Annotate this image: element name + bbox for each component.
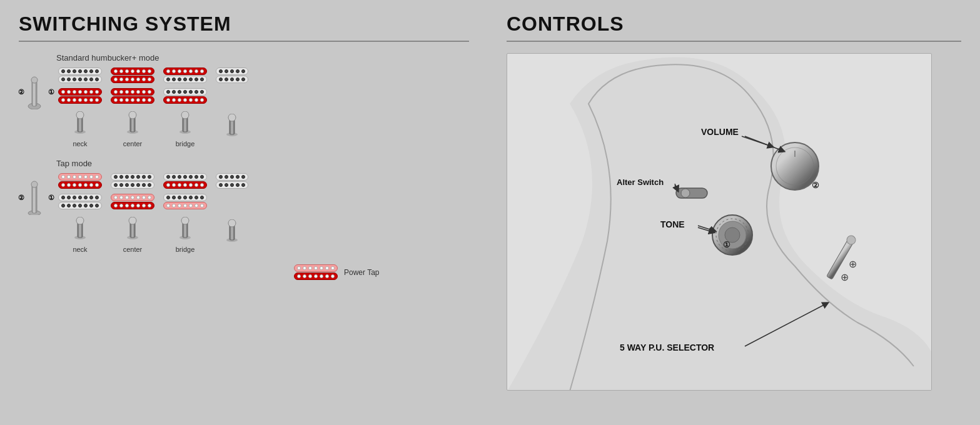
mode1-bridge-hb-bot — [163, 88, 207, 104]
volume-label-text: VOLUME — [701, 127, 739, 137]
tap-switch-svg — [27, 181, 46, 215]
svg-text:①: ① — [723, 240, 730, 249]
mode1-center-toggle — [124, 111, 141, 134]
mode1-neck-col: neck — [58, 68, 102, 148]
mode1-bridge-bar-b1 — [163, 88, 207, 96]
mode2-neck-bar-b1 — [58, 194, 102, 201]
mode1-bridge-bar-t2 — [163, 76, 207, 83]
mode1-neck-label: neck — [73, 140, 87, 148]
mode1-title: Standard humbucker+ mode — [56, 53, 469, 62]
mode2-bridge-bar-b1 — [163, 194, 207, 201]
mode2-bridge-hb-top — [163, 173, 207, 189]
mode1-sc-col — [216, 68, 248, 136]
svg-point-23 — [129, 217, 136, 224]
svg-point-2 — [31, 77, 38, 83]
mode1-center-label: center — [123, 140, 143, 148]
svg-rect-1 — [32, 80, 37, 106]
mode2-center-hb-top — [111, 173, 154, 189]
mode2-pickup-rows: ② ① — [19, 173, 469, 253]
mode1-bridge-hb-top — [163, 68, 207, 83]
mode1-neck-bar-bot-1 — [58, 88, 102, 96]
alter-label-text: Alter Switch — [617, 178, 664, 187]
mode2-center-hb-bot — [111, 194, 154, 209]
switch-svg — [27, 75, 46, 109]
mode2-sc-bar-t2 — [216, 181, 248, 189]
controls-title: CONTROLS — [507, 12, 961, 36]
mode1-neck-bar-bot-2 — [58, 96, 102, 104]
tone-label-text: TONE — [660, 219, 685, 229]
mode1-neck-bar-top-2 — [58, 76, 102, 83]
svg-point-17 — [31, 181, 38, 188]
mode2-sc-hb-top — [216, 173, 248, 189]
svg-point-32 — [681, 189, 690, 198]
mode1-neck-toggle — [71, 111, 89, 134]
selector-label-text: 5 WAY P.U. SELECTOR — [620, 342, 714, 352]
switching-system-title: SWITCHING SYSTEM — [19, 12, 469, 36]
mode1-sc-toggle — [223, 114, 241, 136]
mode2-center-bar-t2 — [111, 181, 154, 189]
mode2-center-label: center — [123, 246, 143, 253]
mode1-switch: ② ① — [19, 69, 53, 109]
svg-text:⊕: ⊕ — [841, 272, 849, 282]
mode2-sc-toggle — [223, 219, 241, 242]
mode2-switch: ② ① — [19, 174, 53, 215]
mode2-sc-col — [216, 173, 248, 242]
mode1-bridge-label: bridge — [176, 140, 195, 148]
mode2-bridge-bar-t2 — [163, 181, 207, 189]
mode2-sc-bar-t1 — [216, 173, 248, 181]
mode1-bridge-col: bridge — [163, 68, 207, 148]
controls-svg: ① ② ⊕ ⊕ VOLUME Alter Switch TONE 5 WA — [507, 54, 932, 391]
mode1-bridge-toggle — [176, 111, 194, 134]
mode2-center-bar-b1 — [111, 194, 154, 201]
mode2-bridge-label: bridge — [176, 246, 195, 253]
mode1-sc-hb-top — [216, 68, 248, 83]
mode1-center-hb-bot — [111, 88, 154, 104]
mode2-center-col: center — [111, 173, 154, 253]
mode2-title: Tap mode — [56, 159, 469, 168]
mode2-neck-bar-t2 — [58, 181, 102, 189]
mode2-neck-col: neck — [58, 173, 102, 253]
legend-pickup-visual — [294, 264, 338, 280]
mode2-neck-bar-t1 — [58, 173, 102, 181]
svg-text:⊕: ⊕ — [849, 259, 857, 269]
mode2-bridge-col: bridge — [163, 173, 207, 253]
mode1-center-col: center — [111, 68, 154, 148]
mode2-block: Tap mode ② — [19, 159, 469, 253]
mode1-neck-bar-top-1 — [58, 68, 102, 75]
mode1-center-bar-t1 — [111, 68, 154, 75]
selector-g: ⊕ ⊕ — [826, 234, 870, 288]
svg-point-26 — [181, 217, 189, 224]
legend-label: Power Tap — [344, 268, 379, 277]
svg-point-8 — [129, 111, 136, 119]
svg-point-5 — [76, 111, 84, 119]
svg-text:②: ② — [812, 181, 819, 190]
mode1-bridge-bar-t1 — [163, 68, 207, 75]
mode2-center-bar-t1 — [111, 173, 154, 181]
mode1-neck-hb-top — [58, 68, 102, 83]
left-panel: SWITCHING SYSTEM Standard humbucker+ mod… — [0, 0, 488, 425]
mode2-center-toggle — [124, 217, 141, 239]
mode2-bridge-bar-t1 — [163, 173, 207, 181]
svg-point-29 — [228, 219, 236, 227]
mode1-sc-bar-t2 — [216, 76, 248, 83]
legend-area: Power Tap — [294, 264, 469, 280]
mode1-center-bar-b1 — [111, 88, 154, 96]
mode1-center-hb-top — [111, 68, 154, 83]
divider-left — [19, 41, 469, 42]
mode1-sc-bar-t1 — [216, 68, 248, 75]
mode1-center-bar-t2 — [111, 76, 154, 83]
svg-point-11 — [181, 111, 189, 119]
mode1-bridge-bar-b2 — [163, 96, 207, 104]
mode1-neck-hb-bot — [58, 88, 102, 104]
mode2-neck-toggle — [71, 217, 89, 239]
mode2-neck-hb-bot — [58, 194, 102, 209]
mode2-center-bar-b2 — [111, 202, 154, 209]
mode2-neck-hb-top — [58, 173, 102, 189]
controls-diagram: ① ② ⊕ ⊕ VOLUME Alter Switch TONE 5 WA — [507, 53, 932, 391]
mode1-center-bar-b2 — [111, 96, 154, 104]
mode2-neck-label: neck — [73, 246, 87, 253]
mode2-bridge-bar-b2 — [163, 202, 207, 209]
legend-bar-bot — [294, 272, 338, 280]
legend-bar-top — [294, 264, 338, 272]
mode1-block: Standard humbucker+ mode ② — [19, 53, 469, 148]
